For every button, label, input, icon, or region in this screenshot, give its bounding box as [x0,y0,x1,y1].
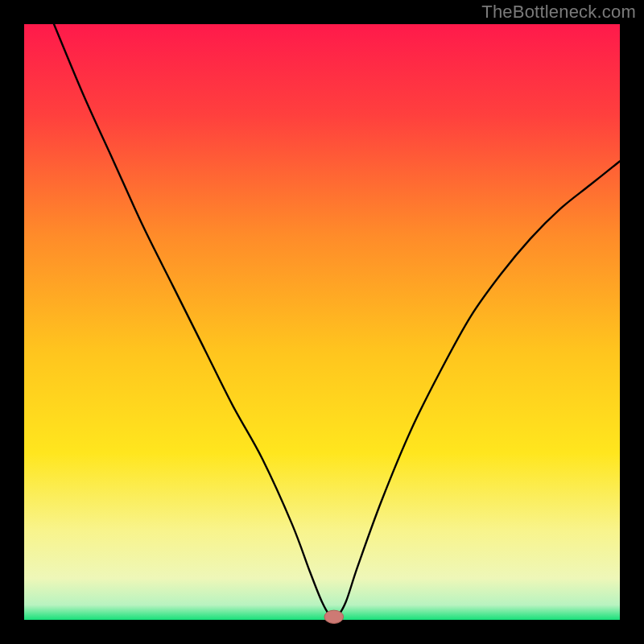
bottleneck-chart [0,0,644,644]
optimum-marker [324,610,344,623]
chart-frame: { "watermark": "TheBottleneck.com", "col… [0,0,644,644]
plot-background [24,24,620,620]
